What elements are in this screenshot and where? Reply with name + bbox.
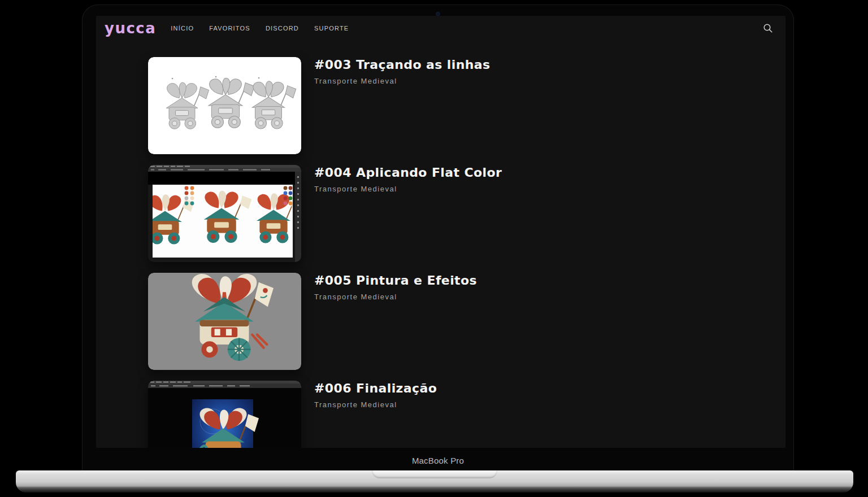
- lesson-meta: #006 Finalização Transporte Medieval: [314, 381, 437, 409]
- lesson-meta: #005 Pintura e Efeitos Transporte Mediev…: [314, 273, 477, 301]
- lesson-thumbnail-final[interactable]: [148, 381, 301, 448]
- lesson-item-006[interactable]: #006 Finalização Transporte Medieval: [148, 381, 785, 448]
- laptop-screen: yucca INÍCIO FAVORITOS DISCORD SUPORTE: [96, 16, 785, 448]
- lesson-subtitle: Transporte Medieval: [314, 77, 491, 85]
- nav-item-suporte[interactable]: SUPORTE: [314, 25, 349, 32]
- lesson-thumbnail-flat-color[interactable]: [148, 165, 301, 262]
- thumbnail-final-render-image: [148, 381, 301, 448]
- mockup-stage: yucca INÍCIO FAVORITOS DISCORD SUPORTE: [0, 0, 868, 497]
- lesson-thumbnail-painted[interactable]: [148, 273, 301, 370]
- lesson-item-003[interactable]: #003 Traçando as linhas Transporte Medie…: [148, 57, 785, 154]
- lesson-item-004[interactable]: #004 Aplicando Flat Color Transporte Med…: [148, 165, 785, 262]
- nav-item-inicio[interactable]: INÍCIO: [171, 25, 194, 32]
- logo-yucca[interactable]: yucca: [105, 21, 156, 36]
- thumbnail-lineart-image: [148, 57, 301, 154]
- search-icon: [763, 23, 773, 33]
- lesson-title[interactable]: #004 Aplicando Flat Color: [314, 165, 502, 180]
- lesson-thumbnail-sketch[interactable]: [148, 57, 301, 154]
- lesson-subtitle: Transporte Medieval: [314, 293, 477, 301]
- lesson-list: #003 Traçando as linhas Transporte Medie…: [96, 57, 785, 448]
- laptop-base-notch: [372, 470, 497, 478]
- site-header: yucca INÍCIO FAVORITOS DISCORD SUPORTE: [96, 16, 785, 41]
- lesson-item-005[interactable]: #005 Pintura e Efeitos Transporte Mediev…: [148, 273, 785, 370]
- lesson-title[interactable]: #005 Pintura e Efeitos: [314, 273, 477, 287]
- lesson-meta: #003 Traçando as linhas Transporte Medie…: [314, 57, 491, 85]
- nav-item-favoritos[interactable]: FAVORITOS: [209, 25, 250, 32]
- webcam-dot: [436, 12, 440, 16]
- thumbnail-photoshop-flat-image: [148, 165, 301, 262]
- lesson-title[interactable]: #003 Traçando as linhas: [314, 58, 491, 72]
- laptop-lid: yucca INÍCIO FAVORITOS DISCORD SUPORTE: [82, 5, 794, 470]
- lesson-subtitle: Transporte Medieval: [314, 185, 502, 193]
- macbook-label: MacBook Pro: [83, 456, 793, 465]
- main-nav: INÍCIO FAVORITOS DISCORD SUPORTE: [171, 25, 349, 32]
- thumbnail-painted-image: [148, 273, 301, 370]
- laptop-base: [16, 470, 853, 492]
- nav-item-discord[interactable]: DISCORD: [266, 25, 299, 32]
- lesson-meta: #004 Aplicando Flat Color Transporte Med…: [314, 165, 502, 193]
- lesson-title[interactable]: #006 Finalização: [314, 381, 437, 395]
- lesson-subtitle: Transporte Medieval: [314, 400, 437, 409]
- search-button[interactable]: [761, 21, 775, 36]
